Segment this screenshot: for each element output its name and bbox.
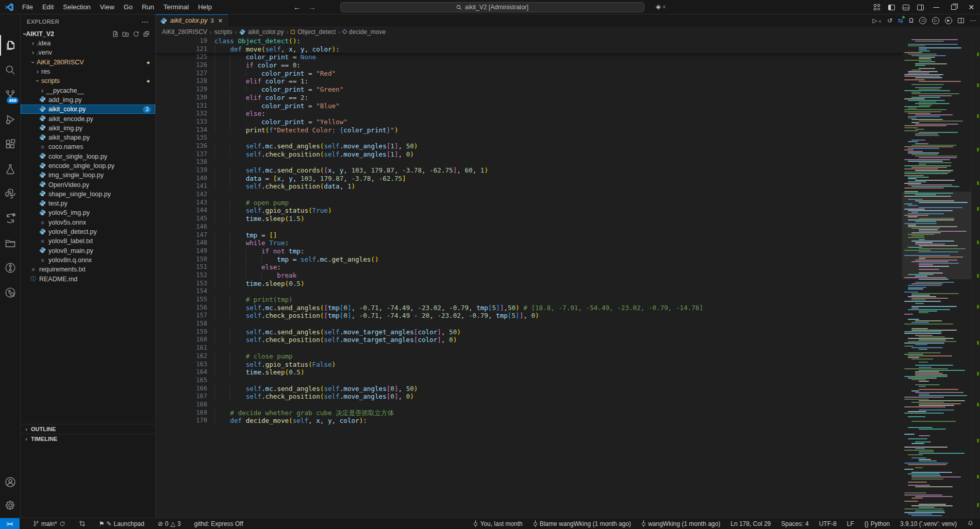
code-line-146[interactable]: 146 (156, 223, 971, 231)
line-number[interactable]: 142 (156, 191, 207, 199)
account-icon[interactable] (0, 472, 20, 492)
menu-help[interactable]: Help (194, 2, 216, 12)
breadcrumb-file[interactable]: aikit_color.py (248, 28, 284, 36)
code-line-135[interactable]: 135 (156, 134, 971, 142)
line-number[interactable]: 152 (156, 271, 207, 280)
line-number[interactable]: 149 (156, 247, 207, 255)
sticky-scroll[interactable]: 19class Object_detect():121 def move(sel… (156, 37, 971, 53)
code-line-148[interactable]: 148 while True: (156, 239, 971, 247)
line-number[interactable]: 161 (156, 344, 207, 352)
line-number[interactable]: 154 (156, 287, 207, 296)
gitlens-sync-icon[interactable]: ⇆ (898, 17, 903, 24)
git-compare-item[interactable] (76, 518, 89, 529)
interpreter-item[interactable]: 3.9.10 ('.venv': venv) (897, 518, 960, 529)
code-line-158[interactable]: 158 (156, 320, 971, 328)
close-button[interactable]: ✕ (962, 0, 980, 14)
line-number[interactable]: 159 (156, 328, 207, 336)
code-line-143[interactable]: 143 # open pump (156, 199, 971, 207)
code-line-170[interactable]: 170 def decide_move(self, x, y, color): (156, 417, 971, 425)
nav-back-icon[interactable]: ← (293, 3, 301, 11)
line-number[interactable]: 126 (156, 61, 207, 70)
tree-item-yolov5-img-py[interactable]: yolov5_img.py (21, 208, 155, 217)
line-number[interactable]: 155 (156, 296, 207, 304)
tree-item-aikit-280riscv[interactable]: ›AiKit_280RISCV● (21, 58, 155, 67)
code-line-126[interactable]: 126 if color == 0: (156, 61, 971, 70)
code-line-165[interactable]: 165 (156, 377, 971, 385)
code-line-121[interactable]: 121 def move(self, x, y, color): (156, 45, 971, 54)
gitlens-search-icon[interactable] (0, 282, 20, 303)
code-line-130[interactable]: 130 elif color == 2: (156, 94, 971, 102)
line-number[interactable]: 165 (156, 377, 207, 385)
new-file-icon[interactable] (112, 30, 119, 38)
breadcrumb-method[interactable]: decide_move (349, 28, 386, 36)
code-line-147[interactable]: 147 tmp = [] (156, 231, 971, 240)
timeline-history-icon[interactable]: ↺ (887, 17, 892, 24)
code-line-169[interactable]: 169 # decide whether grab cube 决定是否抓取立方体 (156, 409, 971, 417)
tree-item--idea[interactable]: ›.idea (21, 39, 155, 48)
menu-edit[interactable]: Edit (38, 2, 58, 12)
project-manager-icon[interactable] (0, 233, 20, 253)
new-folder-icon[interactable] (122, 30, 129, 38)
problems-item[interactable]: ⊘ 0 △ 3 (155, 518, 184, 529)
code-line-159[interactable]: 159 self.mc.send_angles(self.move_target… (156, 328, 971, 336)
language-item[interactable]: {} Python (861, 518, 893, 529)
line-number[interactable]: 151 (156, 263, 207, 271)
breadcrumb-class[interactable]: Object_detect (297, 28, 336, 36)
launchpad-item[interactable]: ⚑ ✎ Launchpad (96, 518, 147, 529)
code-line-164[interactable]: 164 time.sleep(0.5) (156, 368, 971, 377)
commit-you-item[interactable]: You, last month (470, 518, 525, 529)
line-number[interactable]: 153 (156, 280, 207, 288)
tree-item-yolov8-main-py[interactable]: yolov8_main.py (21, 246, 155, 255)
restore-button[interactable] (945, 0, 962, 14)
code-line-168[interactable]: 168 (156, 401, 971, 409)
editor-more-actions-icon[interactable]: ⋯ (970, 17, 976, 24)
menu-file[interactable]: File (18, 2, 37, 12)
outline-section[interactable]: › OUTLINE (21, 424, 155, 434)
code-line-19[interactable]: 19class Object_detect(): (156, 37, 971, 45)
tree-item-yolov8-label-txt[interactable]: ≡yolov8_label.txt (21, 236, 155, 246)
line-number[interactable]: 125 (156, 53, 207, 61)
breadcrumb-folder[interactable]: scripts (214, 28, 232, 36)
encoding-item[interactable]: UTF-8 (816, 518, 840, 529)
line-number[interactable]: 158 (156, 320, 207, 328)
line-number[interactable]: 137 (156, 150, 207, 159)
code-line-152[interactable]: 152 break (156, 271, 971, 280)
tree-item-res[interactable]: ›res (21, 67, 155, 76)
line-number[interactable]: 134 (156, 126, 207, 134)
tree-item-aikit-encode-py[interactable]: aikit_encode.py (21, 114, 155, 123)
tree-item--pycache-[interactable]: ›__pycache__ (21, 86, 155, 95)
code-line-133[interactable]: 133 color_print = "Yellow" (156, 118, 971, 126)
line-number[interactable]: 150 (156, 255, 207, 264)
search-icon[interactable] (0, 60, 20, 80)
githd-item[interactable]: githd: Express Off (191, 518, 246, 529)
tree-item-openvideo-py[interactable]: OpenVideo.py (21, 180, 155, 189)
code-line-141[interactable]: 141 self.check_position(data, 1) (156, 182, 971, 191)
gitlens-graph-icon[interactable]: Ω (909, 17, 913, 24)
customize-layout-icon[interactable] (870, 0, 884, 14)
extensions-icon[interactable] (0, 134, 20, 155)
line-number[interactable]: 148 (156, 239, 207, 247)
blame-item[interactable]: Blame wangWking (1 month ago) (530, 518, 634, 529)
code-line-127[interactable]: 127 color_print = "Red" (156, 70, 971, 78)
testing-icon[interactable] (0, 159, 20, 179)
tree-item-aikit-img-py[interactable]: aikit_img.py (21, 124, 155, 133)
code-line-134[interactable]: 134 print(f"Detected Color: {color_print… (156, 126, 971, 134)
run-debug-icon[interactable] (0, 109, 20, 130)
tree-item-add-img-py[interactable]: add_img.py (21, 95, 155, 105)
previous-change-icon[interactable]: ◁ (919, 17, 926, 24)
line-number[interactable]: 140 (156, 175, 207, 183)
code-line-163[interactable]: 163 self.gpio_status(False) (156, 361, 971, 369)
tree-item-aikit-shape-py[interactable]: aikit_shape.py (21, 133, 155, 142)
line-number[interactable]: 128 (156, 77, 207, 86)
tree-item-shape-single-loop-py[interactable]: shape_single_loop.py (21, 190, 155, 199)
line-number[interactable]: 139 (156, 166, 207, 175)
explorer-icon[interactable] (0, 35, 20, 56)
line-number[interactable]: 169 (156, 409, 207, 417)
code-line-129[interactable]: 129 color_print = "Green" (156, 86, 971, 94)
code-line-156[interactable]: 156 self.mc.send_angles([tmp[0], -0.71, … (156, 304, 971, 312)
tree-item-encode-single-loop-py[interactable]: encode_single_loop.py (21, 161, 155, 170)
minimize-button[interactable]: — (927, 0, 945, 14)
line-number[interactable]: 132 (156, 110, 207, 118)
tree-item-readme-md[interactable]: ⓘREADME.md (21, 274, 155, 283)
remote-indicator[interactable]: >< (0, 518, 20, 529)
